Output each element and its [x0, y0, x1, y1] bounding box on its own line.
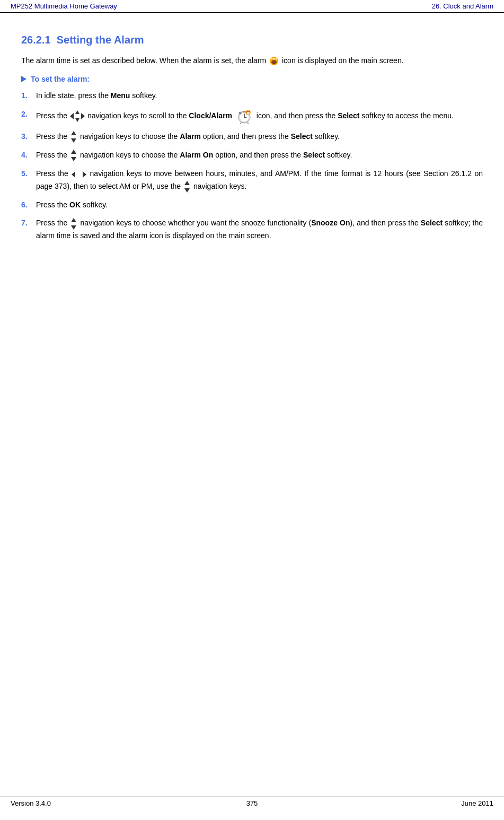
section-title: 26.2.1 Setting the Alarm: [21, 34, 483, 46]
step-7-number: 7.: [21, 217, 36, 241]
nav-left-right-keys-5: [72, 169, 86, 180]
svg-line-16: [240, 123, 241, 124]
svg-marker-29: [184, 188, 190, 193]
arrow-right-icon: [21, 76, 26, 82]
step-1-content: In idle state, press the Menu softkey.: [36, 90, 483, 101]
step-3-number: 3.: [21, 130, 36, 143]
svg-marker-9: [75, 110, 79, 114]
steps-list: 1. In idle state, press the Menu softkey…: [21, 90, 483, 241]
intro-paragraph: The alarm time is set as described below…: [21, 55, 483, 66]
step-5: 5. Press the navigation keys to move bet…: [21, 168, 483, 193]
page-footer: Version 3.4.0 375 June 2011: [0, 797, 504, 809]
step-7: 7. Press the navigation keys to choose w…: [21, 217, 483, 241]
nav-down-key-7: [70, 218, 77, 230]
step-4-number: 4.: [21, 149, 36, 161]
clock-alarm-icon: ⏰: [236, 108, 252, 124]
header-right: 26. Clock and Alarm: [432, 2, 493, 10]
svg-marker-25: [71, 157, 76, 161]
step-5-content: Press the navigation keys to move betwee…: [36, 168, 483, 193]
alarm-bell-icon: [269, 56, 279, 66]
svg-point-5: [271, 58, 272, 59]
step-6-number: 6.: [21, 199, 36, 211]
step-2-number: 2.: [21, 108, 36, 124]
svg-rect-15: [243, 111, 245, 112]
step-1: 1. In idle state, press the Menu softkey…: [21, 90, 483, 101]
footer-left: Version 3.4.0: [11, 799, 51, 807]
svg-marker-23: [71, 138, 76, 143]
step-4: 4. Press the navigation keys to choose t…: [21, 149, 483, 161]
footer-center: 375: [246, 799, 258, 807]
step-3: 3. Press the navigation keys to choose t…: [21, 130, 483, 143]
step-2-content: Press the navigation keys to scroll to t…: [36, 108, 483, 124]
main-content: 26.2.1 Setting the Alarm The alarm time …: [0, 13, 504, 258]
svg-text:⏰: ⏰: [245, 110, 250, 115]
nav-up-down-key-4: [70, 150, 77, 161]
step-1-number: 1.: [21, 90, 36, 101]
svg-marker-24: [71, 150, 76, 154]
svg-marker-27: [83, 171, 86, 178]
svg-marker-22: [71, 131, 76, 135]
svg-point-18: [238, 111, 241, 114]
svg-marker-8: [81, 113, 85, 119]
subsection-title: To set the alarm:: [21, 75, 483, 83]
step-3-content: Press the navigation keys to choose the …: [36, 130, 483, 143]
page-header: MP252 Multimedia Home Gateway 26. Clock …: [0, 0, 504, 13]
svg-marker-31: [71, 225, 76, 230]
svg-point-6: [276, 58, 277, 59]
svg-marker-28: [184, 181, 190, 185]
step-4-content: Press the navigation keys to choose the …: [36, 149, 483, 161]
step-7-content: Press the navigation keys to choose whet…: [36, 217, 483, 241]
header-left: MP252 Multimedia Home Gateway: [11, 2, 117, 10]
nav-up-key-5: [183, 181, 191, 193]
step-2: 2. Press the navigation keys to s: [21, 108, 483, 124]
step-6-content: Press the OK softkey.: [36, 199, 483, 211]
nav-down-key-3: [70, 131, 77, 143]
step-6: 6. Press the OK softkey.: [21, 199, 483, 211]
nav-left-right-keys: [70, 110, 85, 122]
footer-right: June 2011: [461, 799, 493, 807]
svg-marker-7: [70, 113, 74, 119]
svg-marker-30: [71, 218, 76, 222]
step-5-number: 5.: [21, 168, 36, 193]
svg-marker-26: [72, 171, 75, 178]
svg-point-4: [273, 64, 275, 65]
svg-marker-10: [75, 118, 79, 122]
svg-line-17: [247, 123, 249, 124]
